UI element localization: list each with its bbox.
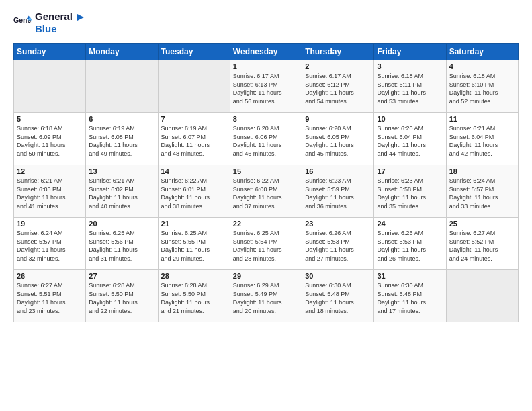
weekday-sunday: Sunday (14, 44, 86, 60)
day-number: 8 (233, 115, 299, 123)
day-info: Sunrise: 6:24 AMSunset: 5:57 PMDaylight:… (449, 177, 515, 210)
day-info: Sunrise: 6:21 AMSunset: 6:03 PMDaylight:… (17, 177, 83, 210)
day-info: Sunrise: 6:23 AMSunset: 5:59 PMDaylight:… (305, 177, 371, 210)
day-info: Sunrise: 6:28 AMSunset: 5:50 PMDaylight:… (161, 281, 227, 315)
day-number: 19 (17, 220, 83, 228)
day-number: 28 (161, 272, 227, 280)
day-info: Sunrise: 6:22 AMSunset: 6:00 PMDaylight:… (233, 177, 299, 210)
day-cell: 4Sunrise: 6:18 AMSunset: 6:10 PMDaylight… (446, 60, 518, 113)
day-info: Sunrise: 6:26 AMSunset: 5:53 PMDaylight:… (305, 229, 371, 263)
weekday-header-row: SundayMondayTuesdayWednesdayThursdayFrid… (14, 44, 519, 60)
day-number: 29 (233, 272, 299, 280)
day-cell (446, 270, 518, 322)
day-number: 11 (449, 115, 515, 123)
day-info: Sunrise: 6:24 AMSunset: 5:57 PMDaylight:… (17, 229, 83, 263)
day-info: Sunrise: 6:25 AMSunset: 5:54 PMDaylight:… (233, 229, 299, 263)
day-cell: 5Sunrise: 6:18 AMSunset: 6:09 PMDaylight… (14, 113, 86, 165)
week-row-5: 26Sunrise: 6:27 AMSunset: 5:51 PMDayligh… (14, 270, 519, 322)
day-cell: 1Sunrise: 6:17 AMSunset: 6:13 PMDaylight… (230, 60, 302, 113)
day-info: Sunrise: 6:18 AMSunset: 6:11 PMDaylight:… (377, 72, 443, 105)
day-number: 15 (233, 167, 299, 175)
day-number: 17 (377, 167, 443, 175)
calendar-body: 1Sunrise: 6:17 AMSunset: 6:13 PMDaylight… (14, 60, 519, 322)
calendar-table: SundayMondayTuesdayWednesdayThursdayFrid… (13, 43, 519, 322)
svg-marker-4 (77, 14, 84, 21)
day-number: 24 (377, 220, 443, 228)
day-cell (14, 60, 86, 113)
day-cell: 8Sunrise: 6:20 AMSunset: 6:06 PMDaylight… (230, 113, 302, 165)
week-row-3: 12Sunrise: 6:21 AMSunset: 6:03 PMDayligh… (14, 165, 519, 218)
day-info: Sunrise: 6:18 AMSunset: 6:10 PMDaylight:… (449, 72, 515, 105)
day-number: 2 (305, 62, 371, 71)
day-number: 26 (17, 272, 83, 280)
day-number: 5 (17, 115, 83, 123)
day-info: Sunrise: 6:29 AMSunset: 5:49 PMDaylight:… (233, 281, 299, 315)
day-number: 25 (449, 220, 515, 228)
day-info: Sunrise: 6:25 AMSunset: 5:56 PMDaylight:… (89, 229, 154, 263)
day-info: Sunrise: 6:19 AMSunset: 6:07 PMDaylight:… (161, 124, 227, 158)
logo-text: General Blue (35, 11, 85, 35)
week-row-1: 1Sunrise: 6:17 AMSunset: 6:13 PMDaylight… (14, 60, 519, 113)
day-number: 21 (161, 220, 227, 228)
day-number: 20 (89, 220, 154, 228)
day-cell: 25Sunrise: 6:27 AMSunset: 5:52 PMDayligh… (446, 218, 518, 270)
day-info: Sunrise: 6:21 AMSunset: 6:04 PMDaylight:… (449, 124, 515, 158)
logo-chevron (76, 13, 85, 22)
day-cell: 23Sunrise: 6:26 AMSunset: 5:53 PMDayligh… (302, 218, 374, 270)
logo: General General Blue (13, 11, 85, 35)
day-cell (158, 60, 230, 113)
day-cell: 6Sunrise: 6:19 AMSunset: 6:08 PMDaylight… (86, 113, 158, 165)
day-cell: 11Sunrise: 6:21 AMSunset: 6:04 PMDayligh… (446, 113, 518, 165)
day-number: 3 (377, 62, 443, 71)
day-cell: 3Sunrise: 6:18 AMSunset: 6:11 PMDaylight… (374, 60, 446, 113)
weekday-thursday: Thursday (302, 44, 374, 60)
day-cell (86, 60, 158, 113)
weekday-saturday: Saturday (446, 44, 518, 60)
day-info: Sunrise: 6:27 AMSunset: 5:52 PMDaylight:… (449, 229, 515, 263)
weekday-tuesday: Tuesday (158, 44, 230, 60)
day-info: Sunrise: 6:23 AMSunset: 5:58 PMDaylight:… (377, 177, 443, 210)
weekday-wednesday: Wednesday (230, 44, 302, 60)
day-cell: 24Sunrise: 6:26 AMSunset: 5:53 PMDayligh… (374, 218, 446, 270)
day-number: 6 (89, 115, 154, 123)
day-number: 4 (449, 62, 515, 71)
day-info: Sunrise: 6:20 AMSunset: 6:04 PMDaylight:… (377, 124, 443, 158)
day-info: Sunrise: 6:22 AMSunset: 6:01 PMDaylight:… (161, 177, 227, 210)
day-info: Sunrise: 6:20 AMSunset: 6:06 PMDaylight:… (233, 124, 299, 158)
day-cell: 10Sunrise: 6:20 AMSunset: 6:04 PMDayligh… (374, 113, 446, 165)
day-info: Sunrise: 6:30 AMSunset: 5:48 PMDaylight:… (305, 281, 371, 315)
week-row-4: 19Sunrise: 6:24 AMSunset: 5:57 PMDayligh… (14, 218, 519, 270)
day-cell: 26Sunrise: 6:27 AMSunset: 5:51 PMDayligh… (14, 270, 86, 322)
day-info: Sunrise: 6:21 AMSunset: 6:02 PMDaylight:… (89, 177, 154, 210)
day-cell: 13Sunrise: 6:21 AMSunset: 6:02 PMDayligh… (86, 165, 158, 218)
day-number: 18 (449, 167, 515, 175)
day-cell: 17Sunrise: 6:23 AMSunset: 5:58 PMDayligh… (374, 165, 446, 218)
day-info: Sunrise: 6:17 AMSunset: 6:13 PMDaylight:… (233, 72, 299, 105)
day-info: Sunrise: 6:25 AMSunset: 5:55 PMDaylight:… (161, 229, 227, 263)
header: General General Blue (13, 11, 519, 35)
day-cell: 31Sunrise: 6:30 AMSunset: 5:48 PMDayligh… (374, 270, 446, 322)
day-number: 9 (305, 115, 371, 123)
day-cell: 28Sunrise: 6:28 AMSunset: 5:50 PMDayligh… (158, 270, 230, 322)
day-info: Sunrise: 6:17 AMSunset: 6:12 PMDaylight:… (305, 72, 371, 105)
day-info: Sunrise: 6:20 AMSunset: 6:05 PMDaylight:… (305, 124, 371, 158)
day-info: Sunrise: 6:18 AMSunset: 6:09 PMDaylight:… (17, 124, 83, 158)
weekday-monday: Monday (86, 44, 158, 60)
day-number: 13 (89, 167, 154, 175)
day-cell: 19Sunrise: 6:24 AMSunset: 5:57 PMDayligh… (14, 218, 86, 270)
day-cell: 12Sunrise: 6:21 AMSunset: 6:03 PMDayligh… (14, 165, 86, 218)
day-number: 16 (305, 167, 371, 175)
day-cell: 7Sunrise: 6:19 AMSunset: 6:07 PMDaylight… (158, 113, 230, 165)
day-info: Sunrise: 6:27 AMSunset: 5:51 PMDaylight:… (17, 281, 83, 315)
day-number: 27 (89, 272, 154, 280)
day-info: Sunrise: 6:30 AMSunset: 5:48 PMDaylight:… (377, 281, 443, 315)
day-cell: 2Sunrise: 6:17 AMSunset: 6:12 PMDaylight… (302, 60, 374, 113)
day-cell: 9Sunrise: 6:20 AMSunset: 6:05 PMDaylight… (302, 113, 374, 165)
day-number: 30 (305, 272, 371, 280)
day-number: 23 (305, 220, 371, 228)
logo-icon: General (13, 13, 32, 32)
day-number: 12 (17, 167, 83, 175)
day-cell: 29Sunrise: 6:29 AMSunset: 5:49 PMDayligh… (230, 270, 302, 322)
day-cell: 15Sunrise: 6:22 AMSunset: 6:00 PMDayligh… (230, 165, 302, 218)
day-info: Sunrise: 6:19 AMSunset: 6:08 PMDaylight:… (89, 124, 154, 158)
